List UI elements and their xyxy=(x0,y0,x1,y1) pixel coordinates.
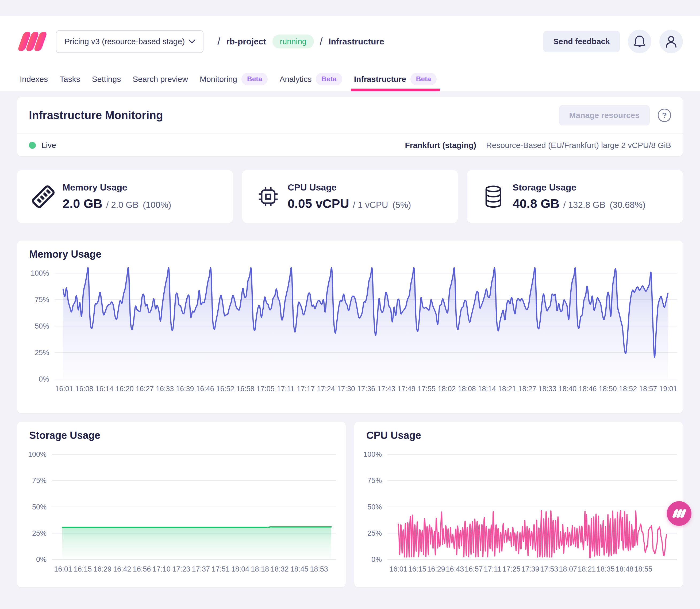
stat-value: 2.0 GB xyxy=(62,196,103,211)
svg-text:16:33: 16:33 xyxy=(156,385,174,393)
instance-plan: Resource-Based (EU/Frankfurt) large 2 vC… xyxy=(486,141,671,150)
svg-text:17:43: 17:43 xyxy=(377,385,395,393)
chevron-down-icon xyxy=(189,39,195,44)
meilisearch-logo-icon xyxy=(17,32,47,51)
stat-label: Memory Usage xyxy=(62,182,171,193)
stat-icon-wrap xyxy=(481,185,506,208)
cpu-usage-chart: CPU Usage 0%25%50%75%100%16:0116:1516:29… xyxy=(354,422,683,587)
panel-header: Infrastructure Monitoring Manage resourc… xyxy=(17,97,683,134)
svg-text:18:02: 18:02 xyxy=(438,385,456,393)
notifications-button[interactable] xyxy=(628,30,651,53)
svg-text:16:29: 16:29 xyxy=(93,565,111,573)
svg-text:50%: 50% xyxy=(32,503,47,511)
svg-text:18:46: 18:46 xyxy=(579,385,597,393)
tab-tasks[interactable]: Tasks xyxy=(56,67,84,91)
stat-icon-wrap xyxy=(256,186,281,207)
svg-text:19:01: 19:01 xyxy=(659,385,677,393)
svg-text:18:35: 18:35 xyxy=(596,565,615,573)
svg-text:16:46: 16:46 xyxy=(196,385,214,393)
stat-text: Memory Usage 2.0 GB / 2.0 GB (100%) xyxy=(62,182,171,211)
svg-text:17:10: 17:10 xyxy=(152,565,170,573)
stat-total: / 1 vCPU xyxy=(353,200,388,210)
svg-text:16:29: 16:29 xyxy=(427,565,445,573)
stat-percent: (5%) xyxy=(393,200,411,210)
memory-usage-chart: Memory Usage 0%25%50%75%100%16:0116:0816… xyxy=(17,241,683,413)
project-selector[interactable]: Pricing v3 (resource-based stage) xyxy=(56,30,203,53)
svg-text:16:08: 16:08 xyxy=(75,385,94,393)
cpu-usage-card: CPU Usage 0.05 vCPU / 1 vCPU (5%) xyxy=(242,170,458,223)
user-icon xyxy=(665,35,677,48)
database-icon xyxy=(483,185,503,208)
svg-text:17:23: 17:23 xyxy=(172,565,191,573)
breadcrumb-section: Infrastructure xyxy=(329,37,384,47)
breadcrumb-separator: / xyxy=(212,36,226,48)
svg-text:25%: 25% xyxy=(367,529,382,537)
project-status-badge: running xyxy=(272,35,313,49)
svg-text:18:45: 18:45 xyxy=(290,565,308,573)
tab-analytics[interactable]: AnalyticsBeta xyxy=(276,67,345,91)
infrastructure-monitoring-panel: Infrastructure Monitoring Manage resourc… xyxy=(17,97,683,156)
tab-indexes[interactable]: Indexes xyxy=(17,67,51,91)
svg-text:16:15: 16:15 xyxy=(408,565,427,573)
send-feedback-button[interactable]: Send feedback xyxy=(543,31,620,52)
stat-icon-wrap xyxy=(31,184,56,209)
manage-resources-button[interactable]: Manage resources xyxy=(559,105,650,125)
svg-text:18:50: 18:50 xyxy=(599,385,617,393)
live-status-label: Live xyxy=(41,141,56,150)
chart-title: CPU Usage xyxy=(366,430,421,441)
svg-text:25%: 25% xyxy=(35,349,49,357)
cpu-chart-plot: 0%25%50%75%100%16:0116:1516:2916:4316:57… xyxy=(354,422,683,587)
svg-text:16:57: 16:57 xyxy=(465,565,483,573)
memory-icon xyxy=(31,184,56,209)
svg-text:75%: 75% xyxy=(32,476,47,485)
tab-monitoring[interactable]: MonitoringBeta xyxy=(197,67,271,91)
tab-search-preview[interactable]: Search preview xyxy=(129,67,191,91)
svg-text:17:11: 17:11 xyxy=(484,565,502,573)
svg-text:18:14: 18:14 xyxy=(478,385,496,393)
svg-text:18:04: 18:04 xyxy=(231,565,249,573)
beta-badge: Beta xyxy=(316,73,342,85)
svg-text:18:57: 18:57 xyxy=(639,385,657,393)
chart-title: Memory Usage xyxy=(29,248,101,260)
beta-badge: Beta xyxy=(410,73,437,85)
account-button[interactable] xyxy=(659,30,683,53)
svg-text:16:27: 16:27 xyxy=(136,385,154,393)
main-content: Infrastructure Monitoring Manage resourc… xyxy=(0,91,700,587)
svg-text:16:42: 16:42 xyxy=(113,565,131,573)
stat-label: Storage Usage xyxy=(513,182,645,193)
meilisearch-widget-button[interactable] xyxy=(667,501,692,526)
svg-text:50%: 50% xyxy=(367,503,382,511)
memory-usage-card: Memory Usage 2.0 GB / 2.0 GB (100%) xyxy=(17,170,233,223)
help-icon[interactable]: ? xyxy=(658,109,671,122)
svg-text:18:27: 18:27 xyxy=(518,385,536,393)
svg-text:17:39: 17:39 xyxy=(521,565,539,573)
svg-text:18:07: 18:07 xyxy=(559,565,577,573)
svg-text:18:55: 18:55 xyxy=(634,565,652,573)
svg-text:75%: 75% xyxy=(35,296,49,304)
svg-text:16:52: 16:52 xyxy=(216,385,234,393)
tab-bar: Indexes Tasks Settings Search preview Mo… xyxy=(0,67,700,91)
svg-text:100%: 100% xyxy=(363,450,382,458)
svg-text:16:43: 16:43 xyxy=(446,565,464,573)
svg-text:18:53: 18:53 xyxy=(310,565,328,573)
svg-text:16:56: 16:56 xyxy=(133,565,151,573)
svg-text:100%: 100% xyxy=(28,450,47,458)
bell-icon xyxy=(634,35,645,48)
svg-text:18:40: 18:40 xyxy=(559,385,577,393)
svg-text:16:15: 16:15 xyxy=(74,565,92,573)
tab-infrastructure[interactable]: InfrastructureBeta xyxy=(351,67,440,91)
svg-text:18:48: 18:48 xyxy=(615,565,634,573)
breadcrumb-project[interactable]: rb-project xyxy=(226,37,266,47)
header-actions: Send feedback xyxy=(543,30,683,53)
svg-text:100%: 100% xyxy=(31,269,49,277)
status-row: Live Frankfurt (staging) Resource-Based … xyxy=(17,134,683,156)
svg-text:18:33: 18:33 xyxy=(538,385,556,393)
svg-text:16:01: 16:01 xyxy=(55,385,73,393)
tab-settings[interactable]: Settings xyxy=(89,67,124,91)
svg-text:17:25: 17:25 xyxy=(502,565,521,573)
stat-value: 40.8 GB xyxy=(513,196,559,211)
svg-text:16:14: 16:14 xyxy=(95,385,114,393)
svg-text:16:01: 16:01 xyxy=(54,565,72,573)
svg-text:17:51: 17:51 xyxy=(212,565,230,573)
breadcrumb-separator: / xyxy=(314,36,329,48)
